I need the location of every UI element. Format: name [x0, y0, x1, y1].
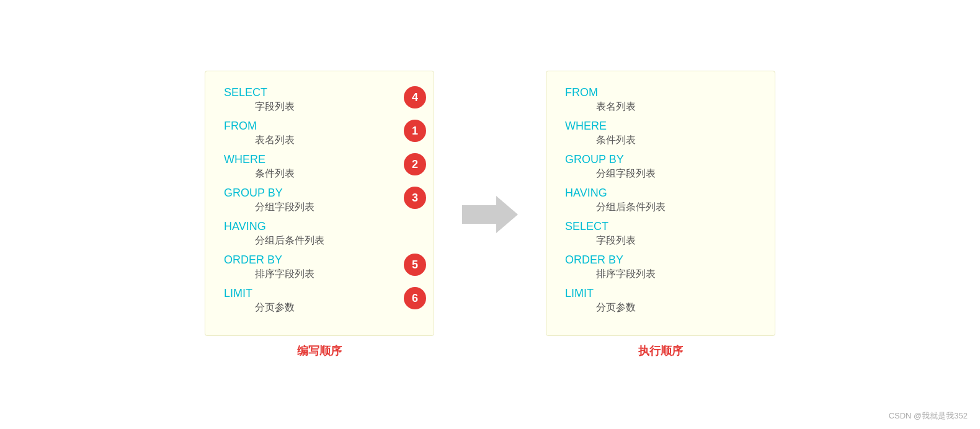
- left-keyword-select: SELECT: [224, 86, 415, 99]
- left-value-from: 表名列表: [224, 134, 415, 147]
- badge-4: 4: [404, 86, 426, 108]
- right-keyword-groupby: GROUP BY: [565, 153, 756, 166]
- right-row-where: WHERE 条件列表: [565, 120, 756, 147]
- right-row-having: HAVING 分组后条件列表: [565, 187, 756, 214]
- left-row-having: HAVING 分组后条件列表: [224, 220, 415, 247]
- right-caption: 执行顺序: [638, 343, 683, 358]
- right-row-orderby: ORDER BY 排序字段列表: [565, 254, 756, 281]
- right-value-where: 条件列表: [565, 134, 756, 147]
- right-keyword-orderby: ORDER BY: [565, 254, 756, 267]
- right-value-select: 字段列表: [565, 234, 756, 247]
- right-row-groupby: GROUP BY 分组字段列表: [565, 153, 756, 180]
- right-value-from: 表名列表: [565, 100, 756, 113]
- left-value-limit: 分页参数: [224, 301, 415, 314]
- right-keyword-having: HAVING: [565, 187, 756, 200]
- left-keyword-where: WHERE: [224, 153, 415, 166]
- left-value-orderby: 排序字段列表: [224, 268, 415, 281]
- right-value-groupby: 分组字段列表: [565, 167, 756, 180]
- right-keyword-limit: LIMIT: [565, 287, 756, 300]
- badge-2: 2: [404, 153, 426, 175]
- right-keyword-select: SELECT: [565, 220, 756, 233]
- left-keyword-having: HAVING: [224, 220, 415, 233]
- badge-5: 5: [404, 254, 426, 276]
- right-keyword-from: FROM: [565, 86, 756, 99]
- badge-6: 6: [404, 287, 426, 309]
- left-keyword-groupby: GROUP BY: [224, 187, 415, 200]
- left-row-where: WHERE 条件列表 2: [224, 153, 415, 180]
- right-row-limit: LIMIT 分页参数: [565, 287, 756, 314]
- left-value-where: 条件列表: [224, 167, 415, 180]
- badge-3: 3: [404, 187, 426, 209]
- watermark: CSDN @我就是我352: [889, 410, 968, 422]
- left-keyword-orderby: ORDER BY: [224, 254, 415, 267]
- left-value-having: 分组后条件列表: [224, 234, 415, 247]
- left-value-select: 字段列表: [224, 100, 415, 113]
- left-row-select: SELECT 字段列表 4: [224, 86, 415, 113]
- left-row-from: FROM 表名列表 1: [224, 120, 415, 147]
- right-panel-wrapper: FROM 表名列表 WHERE 条件列表 GROUP BY 分组字段列表 HAV…: [546, 71, 775, 358]
- svg-marker-0: [462, 196, 518, 233]
- right-value-orderby: 排序字段列表: [565, 268, 756, 281]
- left-row-orderby: ORDER BY 排序字段列表 5: [224, 254, 415, 281]
- right-value-limit: 分页参数: [565, 301, 756, 314]
- right-value-having: 分组后条件列表: [565, 201, 756, 214]
- left-keyword-from: FROM: [224, 120, 415, 133]
- left-value-groupby: 分组字段列表: [224, 201, 415, 214]
- left-keyword-limit: LIMIT: [224, 287, 415, 300]
- left-row-limit: LIMIT 分页参数 6: [224, 287, 415, 314]
- right-keyword-where: WHERE: [565, 120, 756, 133]
- arrow-container: [459, 193, 521, 236]
- badge-1: 1: [404, 120, 426, 142]
- left-panel-wrapper: SELECT 字段列表 4 FROM 表名列表 1 WHERE 条件列表 2 G…: [205, 71, 434, 358]
- left-row-groupby: GROUP BY 分组字段列表 3: [224, 187, 415, 214]
- right-row-from: FROM 表名列表: [565, 86, 756, 113]
- right-row-select: SELECT 字段列表: [565, 220, 756, 247]
- left-panel: SELECT 字段列表 4 FROM 表名列表 1 WHERE 条件列表 2 G…: [205, 71, 434, 336]
- left-caption: 编写顺序: [297, 343, 342, 358]
- main-container: SELECT 字段列表 4 FROM 表名列表 1 WHERE 条件列表 2 G…: [0, 58, 980, 371]
- right-panel: FROM 表名列表 WHERE 条件列表 GROUP BY 分组字段列表 HAV…: [546, 71, 775, 336]
- arrow-icon: [462, 193, 518, 236]
